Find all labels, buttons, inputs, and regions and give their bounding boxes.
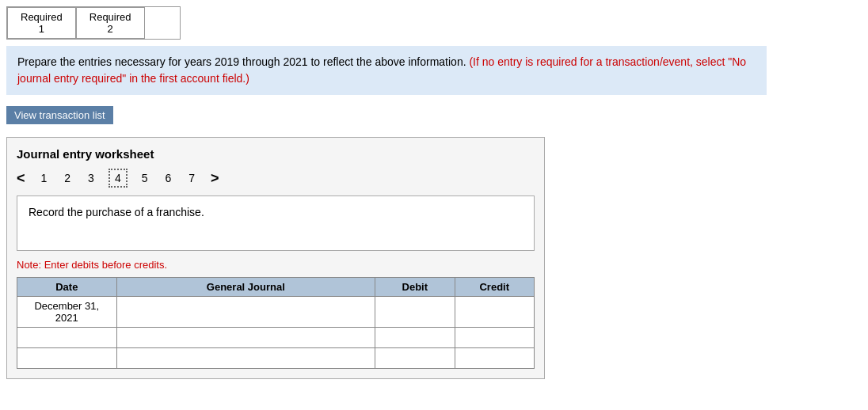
- credit-cell-3[interactable]: [455, 348, 534, 369]
- worksheet-container: Journal entry worksheet < 1 2 3 4 5 6 7 …: [6, 137, 545, 379]
- date-cell-3: [17, 348, 117, 369]
- nav-num-2[interactable]: 2: [61, 170, 74, 186]
- credit-input-3[interactable]: [462, 352, 527, 364]
- instruction-box: Prepare the entries necessary for years …: [6, 46, 767, 95]
- col-header-debit: Debit: [375, 278, 455, 297]
- nav-num-1[interactable]: 1: [38, 170, 51, 186]
- nav-num-3[interactable]: 3: [85, 170, 97, 186]
- date-cell-2: [17, 328, 117, 348]
- credit-cell-1[interactable]: [455, 297, 534, 328]
- table-row: [17, 348, 535, 369]
- record-text: Record the purchase of a franchise.: [29, 206, 204, 218]
- record-box: Record the purchase of a franchise.: [17, 196, 535, 251]
- tab-required-1[interactable]: Required1: [7, 7, 76, 39]
- gj-input-1[interactable]: [124, 306, 369, 318]
- table-row: December 31,2021: [17, 297, 535, 328]
- gj-input-2[interactable]: [124, 332, 369, 344]
- instruction-main-text: Prepare the entries necessary for years …: [17, 55, 469, 68]
- nav-numbers: 1 2 3 4 5 6 7: [38, 169, 199, 188]
- col-header-gj: General Journal: [116, 278, 375, 297]
- gj-input-3[interactable]: [124, 352, 369, 364]
- gj-cell-1[interactable]: [116, 297, 375, 328]
- debit-cell-2[interactable]: [375, 328, 455, 348]
- view-transaction-list-button[interactable]: View transaction list: [6, 106, 113, 124]
- date-cell-1: December 31,2021: [17, 297, 117, 328]
- debit-input-2[interactable]: [382, 332, 447, 344]
- nav-num-5[interactable]: 5: [139, 170, 151, 186]
- credit-input-1[interactable]: [462, 306, 527, 318]
- journal-table: Date General Journal Debit Credit Decemb…: [17, 277, 535, 369]
- debit-cell-3[interactable]: [375, 348, 455, 369]
- col-header-credit: Credit: [455, 278, 534, 297]
- tab-bar: Required1 Required2: [6, 6, 181, 40]
- worksheet-title: Journal entry worksheet: [17, 147, 535, 161]
- credit-cell-2[interactable]: [455, 328, 534, 348]
- tab-required-2[interactable]: Required2: [76, 7, 145, 39]
- nav-num-4[interactable]: 4: [108, 169, 128, 188]
- note-text: Note: Enter debits before credits.: [17, 259, 535, 271]
- col-header-date: Date: [17, 278, 117, 297]
- debit-input-3[interactable]: [382, 352, 447, 364]
- prev-arrow[interactable]: <: [17, 170, 25, 187]
- nav-num-6[interactable]: 6: [162, 170, 175, 186]
- gj-cell-3[interactable]: [116, 348, 375, 369]
- credit-input-2[interactable]: [462, 332, 527, 344]
- debit-input-1[interactable]: [382, 306, 447, 318]
- table-row: [17, 328, 535, 348]
- gj-cell-2[interactable]: [116, 328, 375, 348]
- debit-cell-1[interactable]: [375, 297, 455, 328]
- nav-num-7[interactable]: 7: [185, 170, 198, 186]
- nav-row: < 1 2 3 4 5 6 7 >: [17, 169, 535, 188]
- next-arrow[interactable]: >: [211, 170, 219, 187]
